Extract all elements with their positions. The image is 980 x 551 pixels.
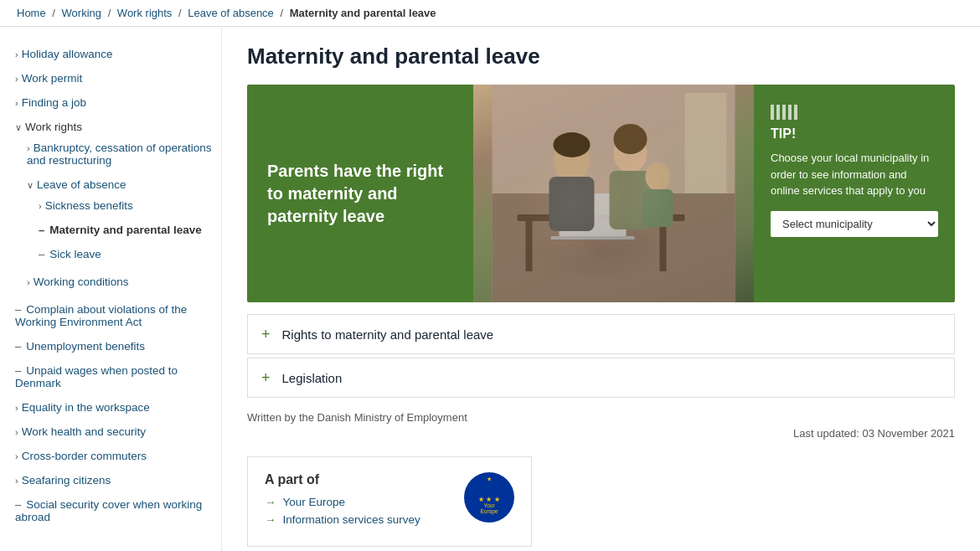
sidebar-item-holiday-allowance[interactable]: ›Holiday allowance bbox=[15, 42, 221, 66]
accordion-rights-label: Rights to maternity and parental leave bbox=[282, 327, 494, 342]
accordion-legislation[interactable]: + Legislation bbox=[247, 358, 955, 398]
accordion-rights-icon: + bbox=[261, 327, 271, 342]
main-content: Maternity and parental leave Parents hav… bbox=[222, 27, 980, 551]
accordion-legislation-label: Legislation bbox=[282, 371, 343, 385]
sidebar-item-working-conditions[interactable]: ›Working conditions bbox=[27, 270, 221, 294]
sidebar-item-social-security-cover[interactable]: –Social security cover when working abro… bbox=[15, 492, 221, 529]
hero-right-panel: TIP! Choose your local municipality in o… bbox=[754, 85, 955, 302]
sidebar-item-leave-of-absence[interactable]: ∨Leave of absence ›Sickness benefits –Ma… bbox=[27, 173, 221, 270]
sidebar-item-sick-leave[interactable]: –Sick leave bbox=[39, 242, 221, 266]
svg-rect-15 bbox=[685, 93, 727, 193]
page-title: Maternity and parental leave bbox=[247, 44, 955, 70]
sidebar-item-sickness-benefits[interactable]: ›Sickness benefits bbox=[39, 193, 221, 218]
sidebar-item-maternity-parental[interactable]: –Maternity and parental leave bbox=[39, 218, 221, 242]
footer-link-info-survey[interactable]: → Information services survey bbox=[265, 513, 420, 526]
svg-rect-12 bbox=[643, 189, 673, 227]
svg-text:Europe: Europe bbox=[481, 508, 498, 515]
svg-rect-3 bbox=[526, 221, 533, 271]
svg-rect-8 bbox=[549, 177, 595, 231]
breadcrumb-current: Maternity and parental leave bbox=[290, 7, 436, 19]
written-by: Written by the Danish Ministry of Employ… bbox=[247, 411, 955, 424]
sidebar-item-seafaring-citizens[interactable]: ›Seafaring citizens bbox=[15, 468, 221, 492]
breadcrumb-work-rights[interactable]: Work rights bbox=[117, 7, 173, 19]
tip-label: TIP! bbox=[771, 126, 938, 142]
accordion-legislation-header[interactable]: + Legislation bbox=[248, 358, 954, 397]
footer-link-info-survey-label: Information services survey bbox=[283, 513, 420, 526]
svg-rect-6 bbox=[551, 236, 635, 239]
breadcrumb-leave-of-absence[interactable]: Leave of absence bbox=[188, 7, 274, 19]
sidebar-item-work-rights[interactable]: ∨Work rights ›Bankruptcy, cessation of o… bbox=[15, 115, 221, 297]
sidebar-item-finding-a-job[interactable]: ›Finding a job bbox=[15, 90, 221, 115]
breadcrumb: Home / Working / Work rights / Leave of … bbox=[0, 0, 980, 27]
sidebar-item-unpaid-wages[interactable]: –Unpaid wages when posted to Denmark bbox=[15, 358, 221, 395]
footer-link-your-europe[interactable]: → Your Europe bbox=[265, 496, 420, 508]
svg-point-13 bbox=[554, 132, 591, 157]
footer-card: A part of → Your Europe → Information se… bbox=[247, 456, 532, 547]
last-updated: Last updated: 03 November 2021 bbox=[247, 427, 955, 440]
tip-stripes-decoration bbox=[771, 105, 938, 120]
hero-banner: Parents have the right to maternity and … bbox=[247, 85, 955, 302]
accordion-legislation-icon: + bbox=[261, 370, 271, 385]
sidebar: ›Holiday allowance ›Work permit ›Finding… bbox=[0, 27, 222, 551]
sidebar-item-equality-workspace[interactable]: ›Equality in the workspace bbox=[15, 395, 221, 420]
sidebar-item-bankruptcy[interactable]: ›Bankruptcy, cessation of operations and… bbox=[27, 136, 221, 173]
svg-rect-4 bbox=[660, 221, 667, 271]
municipality-select[interactable]: Select municipality Copenhagen Aarhus Od… bbox=[771, 211, 938, 237]
svg-text:Your: Your bbox=[483, 502, 495, 508]
svg-point-11 bbox=[646, 162, 671, 191]
breadcrumb-working[interactable]: Working bbox=[62, 7, 101, 19]
sidebar-item-cross-border-commuters[interactable]: ›Cross-border commuters bbox=[15, 444, 221, 468]
accordion-rights-header[interactable]: + Rights to maternity and parental leave bbox=[248, 315, 954, 353]
eu-logo: ★ ★ ★ Your Europe bbox=[464, 472, 514, 523]
breadcrumb-sep-4: / bbox=[280, 7, 286, 19]
sidebar-item-complain-violations[interactable]: –Complain about violations of the Workin… bbox=[15, 297, 221, 334]
svg-point-14 bbox=[614, 124, 647, 154]
breadcrumb-sep-1: / bbox=[52, 7, 58, 19]
breadcrumb-sep-3: / bbox=[178, 7, 184, 19]
breadcrumb-home[interactable]: Home bbox=[17, 7, 46, 19]
footer-card-title: A part of bbox=[265, 472, 420, 487]
sidebar-item-unemployment-benefits[interactable]: –Unemployment benefits bbox=[15, 334, 221, 358]
hero-left-panel: Parents have the right to maternity and … bbox=[247, 85, 473, 302]
hero-left-text: Parents have the right to maternity and … bbox=[267, 160, 453, 228]
footer-link-your-europe-label: Your Europe bbox=[283, 496, 346, 508]
arrow-icon-1: → bbox=[265, 496, 276, 508]
arrow-icon-2: → bbox=[265, 513, 276, 526]
hero-center-photo bbox=[473, 85, 754, 302]
sidebar-item-work-health-security[interactable]: ›Work health and security bbox=[15, 420, 221, 444]
accordion-rights[interactable]: + Rights to maternity and parental leave bbox=[247, 314, 955, 354]
sidebar-item-work-permit[interactable]: ›Work permit bbox=[15, 66, 221, 90]
breadcrumb-sep-2: / bbox=[108, 7, 114, 19]
tip-text: Choose your local municipality in order … bbox=[771, 150, 938, 199]
